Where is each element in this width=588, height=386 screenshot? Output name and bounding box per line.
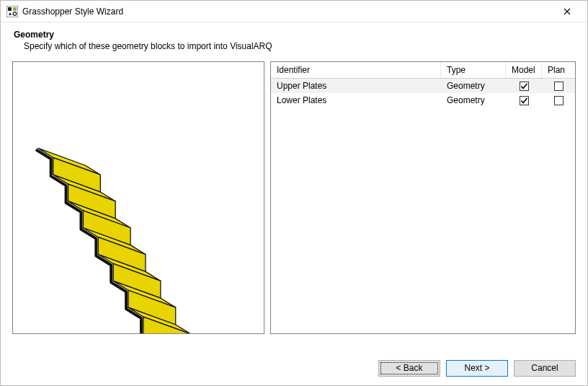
cell-model [506, 82, 542, 91]
table-header: Identifier Type Model Plan [271, 62, 575, 79]
cell-type: Geometry [441, 94, 506, 107]
app-icon [6, 6, 18, 17]
cancel-button[interactable]: Cancel [514, 360, 576, 377]
window-title: Grasshopper Style Wizard [22, 6, 553, 17]
plan-checkbox[interactable] [554, 96, 564, 105]
content-area: Identifier Type Model Plan Upper PlatesG… [1, 56, 587, 351]
table-row[interactable]: Lower PlatesGeometry [271, 93, 575, 108]
close-button[interactable] [553, 1, 582, 22]
title-bar: Grasshopper Style Wizard [1, 1, 587, 22]
geometry-table: Identifier Type Model Plan Upper PlatesG… [270, 61, 576, 334]
back-button[interactable]: < Back [378, 360, 440, 377]
close-icon [564, 8, 571, 15]
svg-rect-1 [8, 7, 12, 11]
cell-model [506, 96, 542, 105]
cell-plan [542, 82, 575, 91]
next-button[interactable]: Next > [446, 360, 508, 377]
table-body: Upper PlatesGeometryLower PlatesGeometry [271, 79, 575, 333]
table-row[interactable]: Upper PlatesGeometry [271, 79, 575, 93]
staircase-preview-icon [13, 62, 264, 333]
plan-checkbox[interactable] [554, 82, 564, 91]
cell-type: Geometry [441, 79, 506, 92]
cell-identifier: Upper Plates [271, 79, 441, 92]
preview-panel [12, 61, 264, 334]
cell-plan [542, 96, 575, 105]
col-header-type[interactable]: Type [441, 62, 506, 78]
dialog-window: Grasshopper Style Wizard Geometry Specif… [0, 0, 588, 386]
page-subtitle: Specify which of these geometry blocks t… [24, 41, 574, 51]
col-header-plan[interactable]: Plan [542, 62, 575, 78]
wizard-footer: < Back Next > Cancel [1, 351, 587, 385]
col-header-identifier[interactable]: Identifier [271, 62, 441, 78]
model-checkbox[interactable] [520, 82, 529, 91]
model-checkbox[interactable] [520, 96, 529, 105]
svg-rect-2 [13, 7, 17, 11]
cell-identifier: Lower Plates [271, 94, 441, 107]
page-title: Geometry [14, 30, 574, 40]
wizard-header: Geometry Specify which of these geometry… [1, 22, 587, 56]
col-header-model[interactable]: Model [506, 62, 542, 78]
